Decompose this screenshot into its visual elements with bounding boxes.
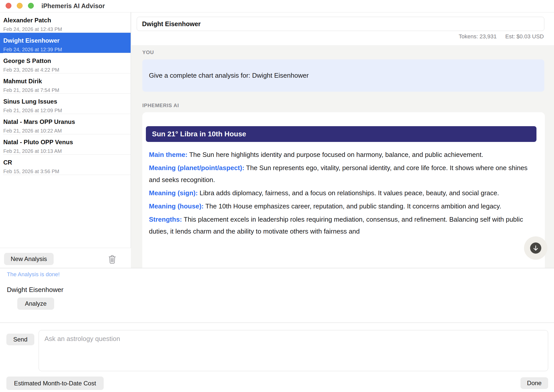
chat-item-title: Natal - Pluto OPP Venus [3,139,128,146]
chat-scroll-area[interactable]: YOU Give a complete chart analysis for: … [131,45,554,268]
paragraph-text: Libra adds diplomacy, fairness, and a fo… [198,189,499,197]
ai-paragraph: Meaning (planet/point/aspect): The Sun r… [149,162,530,186]
chat-item-date: Feb 21, 2026 at 12:09 PM [3,108,62,113]
chat-item-date: Feb 21, 2026 at 7:54 PM [3,87,59,93]
ai-response-card: Sun 21° Libra in 10th House Main theme: … [142,112,545,268]
chat-list-item[interactable]: Mahmut Dirik Feb 21, 2026 at 7:54 PM [0,73,131,94]
paragraph-label: Meaning (planet/point/aspect): [149,164,244,172]
chat-item-title: Sinus Lung Issues [3,98,128,105]
tokens-count: Tokens: 23,931 [459,33,497,40]
close-window-button[interactable] [6,3,11,9]
window-title: iPhemeris AI Advisor [41,2,105,10]
ai-paragraph: Meaning (house): The 10th House emphasiz… [149,200,530,212]
chat-item-title: Natal - Mars OPP Uranus [3,118,128,125]
chat-list-item[interactable]: Natal - Pluto OPP Venus Feb 21, 2026 at … [0,134,131,155]
chat-item-title: Mahmut Dirik [3,78,128,85]
sidebar-footer: New Analysis [0,248,131,268]
arrow-down-icon [530,242,541,254]
chat-item-date: Feb 15, 2026 at 3:56 PM [3,169,59,174]
chat-item-date: Feb 21, 2026 at 10:13 AM [3,148,62,154]
send-button[interactable]: Send [6,334,34,345]
user-message-bubble: Give a complete chart analysis for: Dwig… [142,59,544,92]
ai-paragraph: Meaning (sign): Libra adds diplomacy, fa… [149,187,530,199]
ai-paragraph: Main theme: The Sun here highlights iden… [149,149,530,161]
paragraph-label: Meaning (sign): [149,189,198,197]
month-to-date-cost-button[interactable]: Estimated Month-to-Date Cost [6,377,104,390]
chat-list-item[interactable]: Alexander Patch Feb 24, 2026 at 12:43 PM [0,12,131,33]
zoom-window-button[interactable] [28,3,34,9]
paragraph-label: Main theme: [149,151,188,158]
ai-response-text: Main theme: The Sun here highlights iden… [149,149,530,239]
chat-list: Alexander Patch Feb 24, 2026 at 12:43 PM… [0,12,131,248]
chat-item-title: Dwight Eisenhower [3,37,128,44]
chat-item-date: Feb 23, 2026 at 4:22 PM [3,67,59,73]
analyze-button[interactable]: Analyze [17,298,54,310]
trash-icon [108,261,116,265]
chat-item-date: Feb 21, 2026 at 10:22 AM [3,128,62,134]
ai-paragraph: Strengths: This placement excels in lead… [149,214,530,237]
paragraph-text: This placement excels in leadership role… [149,216,523,235]
chat-list-item[interactable]: Sinus Lung Issues Feb 21, 2026 at 12:09 … [0,94,131,114]
scroll-to-bottom-button[interactable] [524,236,547,260]
chat-item-title: CR [3,159,128,166]
chat-item-title: Alexander Patch [3,17,128,24]
paragraph-text: The Sun here highlights identity and pur… [188,151,483,158]
minimize-window-button[interactable] [17,3,23,9]
chat-list-item[interactable]: Natal - Mars OPP Uranus Feb 21, 2026 at … [0,114,131,134]
window-titlebar: iPhemeris AI Advisor [0,0,554,12]
chat-title-input[interactable] [137,17,544,31]
question-input[interactable] [39,330,548,371]
analysis-status-message: The Analysis is done! [7,271,60,278]
placement-banner-title: Sun 21° Libra in 10th House [152,130,246,138]
placement-banner: Sun 21° Libra in 10th House [146,126,536,142]
done-button[interactable]: Done [520,377,548,389]
chat-item-date: Feb 24, 2026 at 12:39 PM [3,47,62,53]
analysis-subject-name: Dwight Eisenhower [7,286,64,294]
chat-item-date: Feb 24, 2026 at 12:43 PM [3,26,62,32]
ai-message-label: IPHEMERIS AI [142,103,179,108]
paragraph-text: The 10th House emphasizes career, reputa… [204,202,501,210]
paragraph-label: Meaning (house): [149,202,204,210]
composer-divider [0,322,554,323]
content-divider [0,268,554,268]
new-analysis-button[interactable]: New Analysis [4,253,54,265]
chat-list-item[interactable]: Dwight Eisenhower Feb 24, 2026 at 12:39 … [0,33,131,53]
delete-chat-button[interactable] [108,255,116,264]
chat-item-title: George S Patton [3,57,128,64]
user-message-text: Give a complete chart analysis for: Dwig… [149,72,309,79]
chat-list-item[interactable]: George S Patton Feb 23, 2026 at 4:22 PM [0,53,131,73]
chat-list-item[interactable]: CR Feb 15, 2026 at 3:56 PM [0,155,131,175]
estimated-cost: Est: $0.03 USD [505,33,544,40]
user-message-label: YOU [142,50,154,55]
usage-summary: Tokens: 23,931 Est: $0.03 USD [356,33,544,40]
paragraph-label: Strengths: [149,216,182,223]
